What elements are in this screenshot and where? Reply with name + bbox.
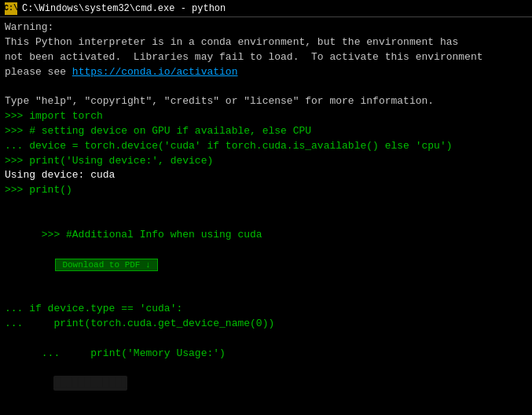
mem-usage-line: ... print('Memory Usage:') ████████████ <box>5 332 527 415</box>
warning-line: Warning: <box>5 20 527 35</box>
conda-line1: This Python interpreter is in a conda en… <box>5 35 527 50</box>
blank1 <box>5 79 527 94</box>
type-help-line: Type "help", "copyright", "credits" or "… <box>5 94 527 109</box>
conda-link[interactable]: https://conda.io/activation <box>72 66 238 78</box>
if-device-line: ... if device.type == 'cuda': <box>5 302 527 317</box>
download-pdf-button[interactable]: Download to PDF ↓ <box>55 259 157 271</box>
print-empty: >>> print() <box>5 183 527 198</box>
import-torch: >>> import torch <box>5 109 527 124</box>
conda-line2: not been activated. Libraries may fail t… <box>5 50 527 65</box>
title-bar-text: C:\Windows\system32\cmd.exe - python <box>22 3 226 14</box>
comment-line: >>> # setting device on GPU if available… <box>5 124 527 139</box>
additional-info-line: >>> #Additional Info when using cuda Dow… <box>5 213 527 302</box>
terminal[interactable]: Warning: This Python interpreter is in a… <box>0 17 532 415</box>
cmd-icon: C:\ <box>5 2 17 15</box>
title-bar: C:\ C:\Windows\system32\cmd.exe - python <box>0 0 532 17</box>
using-device-output: Using device: cuda <box>5 168 527 183</box>
device-assign: ... device = torch.device('cuda' if torc… <box>5 139 527 154</box>
window: C:\ C:\Windows\system32\cmd.exe - python… <box>0 0 532 415</box>
blurred-text-1: ████████████ <box>53 376 127 391</box>
blank2 <box>5 198 527 213</box>
conda-line3: please see https://conda.io/activation <box>5 65 527 80</box>
print-device: >>> print('Using device:', device) <box>5 154 527 169</box>
get-name-line: ... print(torch.cuda.get_device_name(0)) <box>5 317 527 332</box>
